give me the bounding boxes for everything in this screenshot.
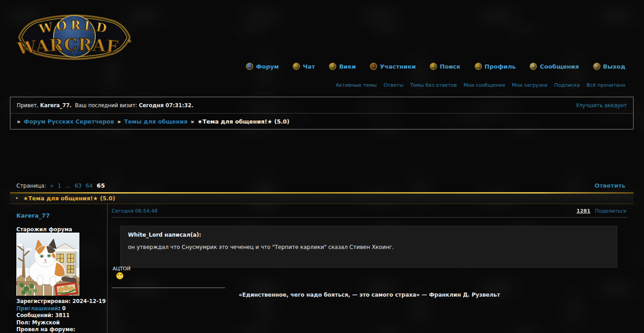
gender-value: Мужской xyxy=(32,319,60,326)
nav-members[interactable]: Участники xyxy=(370,63,416,70)
breadcrumb-forum-link[interactable]: Форум Русских Скретчеров xyxy=(24,118,114,125)
breadcrumb-section-link[interactable]: Темы для общения xyxy=(124,118,187,125)
breadcrumb-separator: » xyxy=(191,118,194,125)
logout-icon xyxy=(593,63,600,70)
main-nav: Форум Чат Вики Участники Поиск Профиль С… xyxy=(246,63,625,70)
breadcrumb-current-topic: ★Тема для общения!★ (5.0) xyxy=(197,118,290,125)
signature-text: «Единственное, чего надо бояться, — это … xyxy=(112,292,627,298)
subnav-unanswered[interactable]: Темы без ответов xyxy=(410,82,457,88)
column-divider xyxy=(107,204,108,333)
subnav-my-uploads[interactable]: Мои загрузки xyxy=(512,82,547,88)
nav-profile[interactable]: Профиль xyxy=(475,63,516,70)
welcome-panel: Привет, Karera_77. Ваш последний визит: … xyxy=(10,97,634,129)
messages-row: Сообщений: 3811 xyxy=(16,312,106,319)
author-info: Зарегистрирован: 2024-12-19 Приглашений:… xyxy=(16,298,106,333)
post-meta: 1281 Поделиться xyxy=(576,208,626,214)
collapse-arrow-icon[interactable]: ‣ xyxy=(15,195,19,201)
page-link-63[interactable]: 63 xyxy=(75,183,82,189)
author-username-link[interactable]: Karera_77 xyxy=(16,212,50,219)
nav-forum[interactable]: Форум xyxy=(246,63,279,70)
reply-button[interactable]: Ответить xyxy=(595,182,625,189)
nav-members-label: Участники xyxy=(380,63,416,70)
nav-chat[interactable]: Чат xyxy=(293,63,315,70)
topic-header-bar: ‣ ★Тема для общения!★ (5.0) xyxy=(10,192,634,204)
greeting-text: Привет, xyxy=(17,102,39,109)
profile-icon xyxy=(475,63,482,70)
gender-row: Пол: Мужской xyxy=(16,319,106,327)
nav-messages-label: Сообщения xyxy=(540,63,579,70)
subnav-my-posts[interactable]: Мои сообщения xyxy=(464,82,505,88)
page-link-1[interactable]: 1 xyxy=(58,183,61,189)
messages-label: Сообщений: xyxy=(16,312,53,318)
site-logo[interactable]: WORLD WARCRAFT ® xyxy=(15,10,133,65)
author-rank: Старожил форума xyxy=(16,226,72,233)
messages-icon xyxy=(530,63,537,70)
subnav-active-topics[interactable]: Активные темы xyxy=(336,82,377,88)
nav-chat-label: Чат xyxy=(303,63,315,70)
quote-block: White_Lord написал(а): он утверждал что … xyxy=(120,226,617,268)
members-icon xyxy=(370,63,377,70)
nav-search-label: Поиск xyxy=(440,63,460,70)
last-visit-time: Сегодня 07:31:32. xyxy=(139,102,193,109)
nav-logout[interactable]: Выход xyxy=(593,63,625,70)
pagination-bar: Страница: « 1 … 63 64 65 Ответить xyxy=(16,182,625,190)
subnav-answers[interactable]: Ответы xyxy=(383,82,403,88)
sub-nav: Активные темы Ответы Темы без ответов Мо… xyxy=(336,82,625,88)
nav-logout-label: Выход xyxy=(603,63,625,70)
warcraft-logo-image: WORLD WARCRAFT ® xyxy=(15,10,133,65)
registered-label: Зарегистрирован: xyxy=(16,298,71,304)
page-ellipsis: … xyxy=(65,183,71,189)
last-visit-label: Ваш последний визит: xyxy=(75,102,137,109)
share-link[interactable]: Поделиться xyxy=(595,208,626,214)
invites-value: : 0 xyxy=(58,305,66,312)
post-timestamp-link[interactable]: Сегодня 06:54:48 xyxy=(112,208,157,214)
author-avatar xyxy=(16,233,79,296)
nav-profile-label: Профиль xyxy=(485,63,516,70)
registered-value: 2024-12-19 xyxy=(73,298,106,304)
forum-icon xyxy=(246,63,253,70)
messages-value: 3811 xyxy=(55,312,69,318)
invites-row: Приглашений: 0 xyxy=(16,305,106,313)
time-on-forum-label: Провел на форуме: xyxy=(16,326,75,333)
current-page: 65 xyxy=(97,182,105,189)
post-body-text: АЦТОЙ xyxy=(113,266,131,272)
forum-page: WORLD WARCRAFT ® Форум Чат Вики Участник… xyxy=(0,0,644,333)
svg-text:®: ® xyxy=(128,39,132,44)
nav-forum-label: Форум xyxy=(256,63,279,70)
topic-title: ★Тема для общения!★ (5.0) xyxy=(23,195,115,202)
page-link-64[interactable]: 64 xyxy=(86,183,93,189)
grin-smiley-icon xyxy=(116,272,123,279)
nav-wiki[interactable]: Вики xyxy=(329,63,356,70)
gender-label: Пол: xyxy=(16,319,30,326)
post-header-divider xyxy=(112,217,627,218)
subnav-mark-read[interactable]: Всё прочитано xyxy=(587,82,625,88)
upgrade-account-link[interactable]: Улучшить аккаунт xyxy=(576,97,627,113)
welcome-username: Karera_77. xyxy=(40,102,72,109)
breadcrumb-separator: » xyxy=(17,118,20,125)
subnav-subscription[interactable]: Подписка xyxy=(554,82,580,88)
wiki-icon xyxy=(329,63,336,70)
breadcrumb-separator: » xyxy=(117,118,121,125)
breadcrumb: » Форум Русских Скретчеров » Темы для об… xyxy=(10,114,633,129)
signature-divider xyxy=(112,288,225,288)
registered-row: Зарегистрирован: 2024-12-19 xyxy=(16,298,106,305)
prev-page-link[interactable]: « xyxy=(50,183,54,189)
time-on-forum-row: Провел на форуме: xyxy=(16,326,106,333)
invites-link[interactable]: Приглашений xyxy=(16,305,58,312)
nav-search[interactable]: Поиск xyxy=(430,63,460,70)
nav-wiki-label: Вики xyxy=(339,63,356,70)
search-icon xyxy=(430,63,437,70)
chat-icon xyxy=(293,63,300,70)
page-label: Страница: xyxy=(16,183,46,189)
nav-messages[interactable]: Сообщения xyxy=(530,63,579,70)
quote-text: он утверждал что Снусмумрик это чеченец … xyxy=(128,244,610,250)
welcome-row: Привет, Karera_77. Ваш последний визит: … xyxy=(10,97,633,114)
quote-author: White_Lord написал(а): xyxy=(128,232,610,238)
post-number-link[interactable]: 1281 xyxy=(576,208,590,214)
